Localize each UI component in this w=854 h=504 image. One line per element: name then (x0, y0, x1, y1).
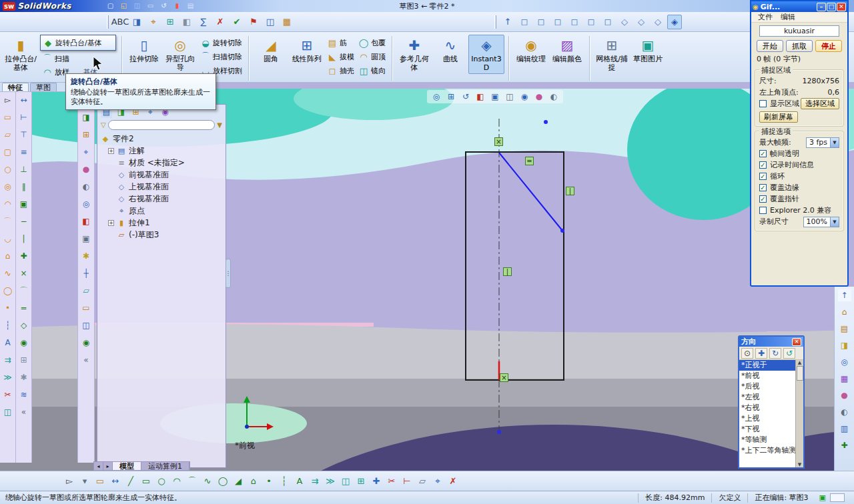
tree-item-extrude1[interactable]: + ▮ 拉伸1 (97, 217, 226, 229)
coincident-constraint-icon[interactable]: × (18, 267, 30, 279)
fully-define-sketch-icon[interactable]: ▣ (18, 198, 30, 210)
minimize-button[interactable]: – (817, 3, 826, 11)
dimetric-view-icon[interactable]: ◇ (634, 15, 649, 29)
grid-snap-button[interactable]: ⊞网格线/捕捉 (594, 35, 630, 74)
centerpoint-arc-icon[interactable]: ◠ (170, 475, 183, 488)
vertical-constraint-icon[interactable]: | (18, 233, 30, 245)
plane-icon[interactable]: ▱ (80, 285, 92, 297)
scenes-icon[interactable]: ◐ (838, 406, 851, 418)
dropdown-arrow-icon[interactable]: ▼ (830, 217, 839, 227)
custom-properties-icon[interactable]: ▥ (838, 423, 851, 435)
solidworks-resources-icon[interactable]: ⌂ (838, 306, 851, 318)
fix-constraint-icon[interactable]: ✚ (18, 250, 30, 262)
apply-scene-icon[interactable]: ◐ (548, 91, 560, 103)
spell-checker-icon[interactable]: ABC (113, 15, 127, 29)
extruded-cut-button[interactable]: ▯拉伸切除 (126, 35, 162, 74)
frame-transparency-checkbox[interactable]: 帧间透明 (759, 148, 839, 159)
vertical-constraint-icon[interactable]: | (503, 267, 512, 276)
select-tool-icon[interactable]: ▻ (2, 94, 14, 106)
tangent-arc-tool-icon[interactable]: ⌒ (2, 215, 14, 227)
coincident-constraint-icon[interactable]: × (494, 137, 503, 146)
smart-dimension-icon[interactable]: ↔ (18, 94, 30, 106)
task-pane-collapse-icon[interactable]: ↑ (838, 289, 851, 301)
symmetric-constraint-icon[interactable]: ◇ (18, 319, 30, 331)
view-bottom[interactable]: *下视 (739, 424, 795, 435)
toolbar-grip[interactable] (494, 15, 496, 29)
scroll-thumb[interactable] (797, 366, 803, 381)
tree-root-item[interactable]: ◆ 零件2 (97, 133, 226, 145)
collapse-chevron-icon[interactable]: « (80, 354, 92, 366)
view-back[interactable]: *后视 (739, 381, 795, 392)
extruded-boss-button[interactable]: ▮ 拉伸凸台/基体 (3, 35, 39, 74)
scrollbar[interactable]: ▲ ▼ (795, 360, 803, 467)
appearances-icon[interactable]: ● (838, 389, 851, 401)
line-icon[interactable]: ╱ (124, 475, 137, 488)
left-view-icon[interactable]: ◻ (550, 15, 565, 29)
grab-button[interactable]: 抓取 (786, 40, 813, 52)
shell-button[interactable]: ◻抽壳 (325, 64, 356, 77)
checkbox[interactable] (759, 100, 767, 107)
sketch-fillet-icon[interactable]: ◢ (232, 475, 245, 488)
design-checker-icon[interactable]: ⚑ (246, 15, 261, 29)
hide-show-icon[interactable]: ◎ (80, 198, 92, 210)
view-normal-to[interactable]: *正视于 (739, 360, 795, 371)
rectangle-tool-icon[interactable]: ▭ (2, 111, 14, 123)
horizontal-constraint-icon[interactable]: − (18, 215, 30, 227)
collapse-chevron-icon[interactable]: « (18, 406, 30, 418)
section-properties-icon[interactable]: ◧ (179, 15, 194, 29)
toolbar-grip[interactable] (107, 15, 109, 29)
check-document-icon[interactable]: ✔ (230, 15, 244, 29)
configuration-manager-tab-icon[interactable]: ⊞ (80, 129, 92, 141)
mass-properties-icon[interactable]: ⊞ (163, 15, 177, 29)
sketch-settings-icon[interactable]: ✱ (18, 371, 30, 383)
rapid-sketch-icon[interactable]: ≋ (18, 389, 30, 401)
three-point-arc-tool-icon[interactable]: ◡ (2, 233, 14, 245)
offset-entities-icon[interactable]: ≫ (324, 475, 337, 488)
tree-filter-input[interactable] (108, 120, 216, 130)
block-icon[interactable]: ◫ (80, 319, 92, 331)
display-relations-icon[interactable]: ∥ (18, 181, 30, 193)
circle-tool-icon[interactable]: ○ (2, 163, 14, 175)
open-icon[interactable]: ◱ (119, 1, 129, 11)
design-library-icon[interactable]: ▤ (838, 323, 851, 335)
tangent-constraint-icon[interactable]: ⌒ (18, 285, 30, 297)
scene-icon[interactable]: ◐ (80, 181, 92, 193)
motion-study-tab[interactable]: 运动算例1 (141, 462, 189, 470)
zoom-fit-icon[interactable]: ◎ (430, 91, 442, 103)
statistics-icon[interactable]: ✗ (213, 15, 228, 29)
point-tool-icon[interactable]: • (2, 302, 14, 314)
view-isometric[interactable]: *等轴测 (739, 435, 795, 445)
tree-item-sketch3[interactable]: ▱ (-)草图3 (97, 229, 226, 241)
perimeter-circle-tool-icon[interactable]: ◎ (2, 181, 14, 193)
coincident-constraint-icon[interactable]: × (500, 373, 508, 382)
sensor-icon[interactable]: ◉ (80, 337, 92, 349)
record-time-checkbox[interactable]: 记录时间信息 (759, 159, 839, 171)
back-view-icon[interactable]: ◻ (534, 15, 548, 29)
centerline-icon[interactable]: ┆ (278, 475, 291, 488)
camera-icon[interactable]: ▣ (80, 233, 92, 245)
spline-icon[interactable]: ∿ (201, 475, 214, 488)
linear-pattern-button[interactable]: ⊞线性阵列 (289, 35, 325, 65)
design-binder-icon[interactable]: ◨ (129, 15, 144, 29)
show-area-checkbox[interactable]: 显示区域 (759, 98, 799, 109)
select-icon[interactable]: ▻ (63, 475, 76, 488)
tab-sketch[interactable]: 草图 (30, 83, 57, 91)
instant3d-button[interactable]: ◈Instant3D (468, 35, 504, 74)
reset-standard-views-icon[interactable]: ↺ (783, 348, 795, 359)
revolved-cut-button[interactable]: ◒旋转切除 (198, 36, 244, 49)
view-left[interactable]: *左视 (739, 392, 795, 403)
mirror-entities-icon[interactable]: ◫ (2, 406, 14, 418)
dropdown-arrow-icon[interactable]: ▼ (830, 138, 839, 147)
stop-button[interactable]: 停止 (815, 40, 842, 52)
reference-geometry-button[interactable]: ✚参考几何体 (396, 35, 432, 74)
smart-dimension-icon[interactable]: ↔ (109, 475, 122, 488)
view-dimetric[interactable]: *上下二等角轴测 (739, 445, 795, 456)
fps-dropdown[interactable]: 3 fps ▼ (806, 137, 839, 148)
bottom-view-icon[interactable]: ◻ (600, 15, 615, 29)
tree-item-origin[interactable]: ⌖ 原点 (97, 205, 226, 217)
vertical-constraint-icon[interactable]: | (566, 187, 574, 195)
draft-button[interactable]: ◣拔模 (325, 50, 356, 63)
gif-titlebar[interactable]: ◉ Gif... –□✕ (751, 1, 847, 12)
orientation-titlebar[interactable]: 方向 ✕ (739, 337, 803, 347)
section-view-icon[interactable]: ◧ (474, 91, 486, 103)
